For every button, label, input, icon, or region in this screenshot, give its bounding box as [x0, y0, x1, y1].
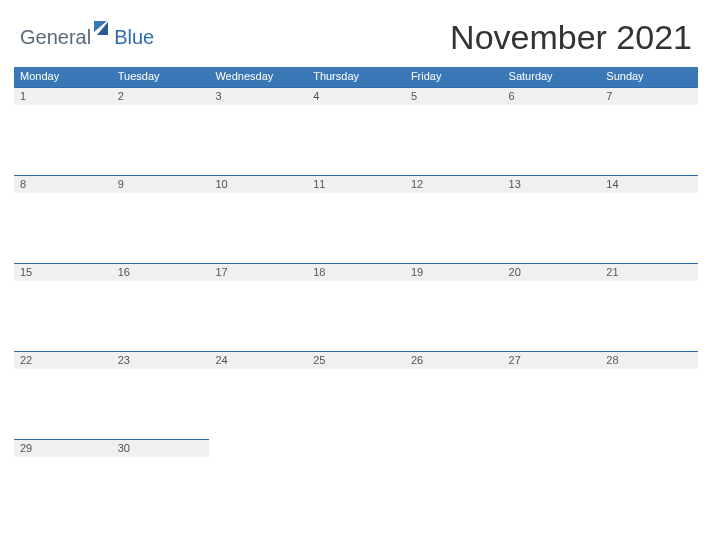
day-number: 19 [405, 263, 503, 281]
day-cell: 13 [503, 175, 601, 263]
day-number: 7 [600, 87, 698, 105]
day-number: 30 [112, 439, 210, 457]
day-cell: 18 [307, 263, 405, 351]
day-number [209, 439, 307, 457]
day-number: 9 [112, 175, 210, 193]
day-number: 27 [503, 351, 601, 369]
day-number: 1 [14, 87, 112, 105]
day-cell: 14 [600, 175, 698, 263]
day-cell: 1 [14, 87, 112, 175]
weekday-header-row: Monday Tuesday Wednesday Thursday Friday… [14, 67, 698, 87]
day-cell: 23 [112, 351, 210, 439]
day-cell: 10 [209, 175, 307, 263]
day-cell: 12 [405, 175, 503, 263]
day-number: 18 [307, 263, 405, 281]
weekday-header: Saturday [503, 67, 601, 87]
logo-mark-icon [94, 21, 112, 39]
day-cell: 6 [503, 87, 601, 175]
day-cell: 26 [405, 351, 503, 439]
day-number: 11 [307, 175, 405, 193]
day-number: 24 [209, 351, 307, 369]
weekday-header: Sunday [600, 67, 698, 87]
day-cell: 30 [112, 439, 210, 527]
week-row: 29 30 [14, 439, 698, 527]
day-cell: 4 [307, 87, 405, 175]
logo-text-general: General [20, 26, 91, 49]
day-number: 2 [112, 87, 210, 105]
day-cell: 25 [307, 351, 405, 439]
day-number: 29 [14, 439, 112, 457]
week-row: 22 23 24 25 26 27 28 [14, 351, 698, 439]
day-number: 13 [503, 175, 601, 193]
day-cell: 9 [112, 175, 210, 263]
day-cell: 3 [209, 87, 307, 175]
day-number: 16 [112, 263, 210, 281]
day-number: 8 [14, 175, 112, 193]
day-number: 3 [209, 87, 307, 105]
day-cell: 28 [600, 351, 698, 439]
day-cell: 5 [405, 87, 503, 175]
day-number: 12 [405, 175, 503, 193]
day-number: 20 [503, 263, 601, 281]
week-row: 15 16 17 18 19 20 21 [14, 263, 698, 351]
week-row: 8 9 10 11 12 13 14 [14, 175, 698, 263]
day-cell: 15 [14, 263, 112, 351]
day-number: 6 [503, 87, 601, 105]
day-cell: 2 [112, 87, 210, 175]
weekday-header: Monday [14, 67, 112, 87]
day-cell: 11 [307, 175, 405, 263]
day-number: 17 [209, 263, 307, 281]
day-number: 5 [405, 87, 503, 105]
day-number: 26 [405, 351, 503, 369]
day-cell-empty [209, 439, 307, 527]
day-number: 25 [307, 351, 405, 369]
day-number: 15 [14, 263, 112, 281]
calendar-grid: Monday Tuesday Wednesday Thursday Friday… [14, 67, 698, 527]
weekday-header: Friday [405, 67, 503, 87]
header: General Blue November 2021 [14, 18, 698, 57]
day-number: 4 [307, 87, 405, 105]
day-number: 22 [14, 351, 112, 369]
week-row: 1 2 3 4 5 6 7 [14, 87, 698, 175]
day-number: 28 [600, 351, 698, 369]
day-number [307, 439, 405, 457]
day-cell: 24 [209, 351, 307, 439]
day-number [405, 439, 503, 457]
day-cell-empty [405, 439, 503, 527]
calendar-title: November 2021 [450, 18, 698, 57]
day-number [503, 439, 601, 457]
day-cell: 8 [14, 175, 112, 263]
day-cell: 17 [209, 263, 307, 351]
weekday-header: Tuesday [112, 67, 210, 87]
day-cell: 21 [600, 263, 698, 351]
day-cell: 19 [405, 263, 503, 351]
day-cell: 20 [503, 263, 601, 351]
day-cell: 16 [112, 263, 210, 351]
day-cell-empty [503, 439, 601, 527]
day-cell: 22 [14, 351, 112, 439]
logo-text-blue: Blue [114, 26, 154, 49]
logo: General Blue [14, 21, 154, 57]
day-cell: 7 [600, 87, 698, 175]
day-cell: 29 [14, 439, 112, 527]
weekday-header: Wednesday [209, 67, 307, 87]
day-cell-empty [307, 439, 405, 527]
day-number: 14 [600, 175, 698, 193]
day-cell: 27 [503, 351, 601, 439]
weekday-header: Thursday [307, 67, 405, 87]
day-number: 21 [600, 263, 698, 281]
day-number: 23 [112, 351, 210, 369]
day-number [600, 439, 698, 457]
day-number: 10 [209, 175, 307, 193]
day-cell-empty [600, 439, 698, 527]
